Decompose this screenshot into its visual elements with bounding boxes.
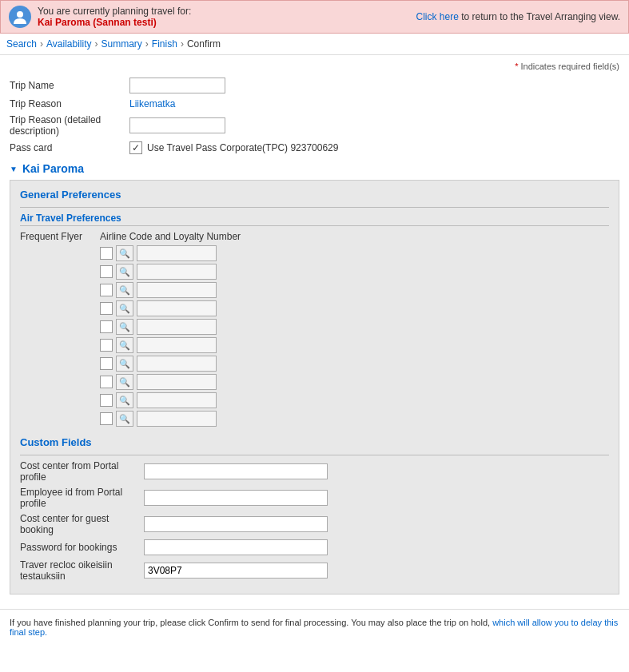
footer-text-before: If you have finished planning your trip,… [10, 618, 492, 627]
cf-input-0[interactable] [144, 463, 328, 479]
divider1 [20, 207, 609, 208]
trip-name-input[interactable] [129, 78, 225, 93]
trip-reason-link[interactable]: Liikematka [129, 98, 175, 109]
ff-input-7[interactable] [137, 356, 217, 372]
trip-name-row: Trip Name [10, 78, 619, 93]
trip-reason-detail-value [129, 117, 619, 133]
ff-input-10[interactable] [137, 411, 217, 427]
sep3: › [145, 38, 149, 50]
ff-input-8[interactable] [137, 374, 217, 390]
trip-reason-row: Trip Reason Liikematka [10, 98, 619, 109]
person-name-link[interactable]: Kai Paroma [22, 162, 84, 175]
ff-row: 🔍 [20, 356, 609, 372]
breadcrumb-finish[interactable]: Finish [152, 38, 177, 50]
ff-row: 🔍 [20, 300, 609, 316]
ff-row: 🔍 [20, 319, 609, 335]
ff-checkbox-3[interactable] [100, 284, 113, 296]
trip-reason-value: Liikematka [129, 98, 619, 109]
cf-input-1[interactable] [144, 490, 328, 506]
required-star: * [515, 62, 518, 71]
trip-reason-label: Trip Reason [10, 98, 129, 109]
breadcrumb-confirm: Confirm [187, 38, 221, 50]
main-content: * Indicates required field(s) Trip Name … [0, 55, 629, 609]
ff-input-5[interactable] [137, 319, 217, 335]
ff-search-6[interactable]: 🔍 [116, 337, 133, 353]
ff-checkbox-4[interactable] [100, 302, 113, 315]
ff-search-2[interactable]: 🔍 [116, 264, 133, 280]
search-icon-9: 🔍 [119, 396, 130, 406]
ff-input-3[interactable] [137, 282, 217, 298]
search-icon-4: 🔍 [119, 304, 130, 314]
search-icon-6: 🔍 [119, 340, 130, 351]
ff-row: 🔍 [20, 282, 609, 298]
trip-reason-detail-input[interactable] [129, 117, 225, 133]
ff-search-8[interactable]: 🔍 [116, 374, 133, 390]
custom-fields-container: Custom Fields Cost center from Portal pr… [20, 436, 609, 582]
preferences-section: General Preferences Air Travel Preferenc… [10, 180, 619, 594]
ff-input-9[interactable] [137, 392, 217, 408]
ff-search-10[interactable]: 🔍 [116, 411, 133, 427]
breadcrumb-availability[interactable]: Availability [46, 38, 91, 50]
ff-checkbox-7[interactable] [100, 357, 113, 370]
ff-search-4[interactable]: 🔍 [116, 300, 133, 316]
footer-note: If you have finished planning your trip,… [0, 609, 629, 645]
ff-row: 🔍 [20, 337, 609, 353]
banner-text: You are currently planning travel for: K… [38, 6, 410, 28]
pass-card-label: Pass card [10, 142, 129, 153]
svg-point-0 [17, 11, 23, 18]
cf-input-4[interactable] [144, 563, 328, 579]
ff-input-6[interactable] [137, 337, 217, 353]
ff-checkbox-2[interactable] [100, 265, 113, 278]
banner-link-area: Click here to return to the Travel Arran… [416, 11, 620, 22]
search-icon-5: 🔍 [119, 322, 130, 332]
cf-row-3: Password for bookings [20, 539, 609, 555]
collapse-triangle[interactable]: ▼ [10, 165, 18, 173]
ff-checkbox-1[interactable] [100, 247, 113, 260]
cf-input-3[interactable] [144, 539, 328, 555]
banner-line2: Kai Paroma (Sannan testi) [38, 17, 157, 28]
search-icon-10: 🔍 [119, 414, 130, 424]
ff-input-4[interactable] [137, 300, 217, 316]
breadcrumb-search[interactable]: Search [6, 38, 37, 50]
pass-card-checkbox[interactable] [129, 141, 142, 154]
search-icon-1: 🔍 [119, 249, 130, 259]
ff-header: Frequent Flyer Airline Code and Loyalty … [20, 231, 609, 242]
ff-search-1[interactable]: 🔍 [116, 245, 133, 261]
ff-search-3[interactable]: 🔍 [116, 282, 133, 298]
general-prefs-title: General Preferences [20, 189, 609, 201]
banner-line1: You are currently planning travel for: [38, 6, 191, 17]
ff-checkbox-6[interactable] [100, 339, 113, 352]
click-here-link[interactable]: Click here [416, 11, 459, 22]
top-banner: You are currently planning travel for: K… [0, 0, 629, 34]
ff-row: 🔍 [20, 392, 609, 408]
ff-row: 🔍 [20, 411, 609, 427]
search-icon-2: 🔍 [119, 267, 130, 277]
cf-label-3: Password for bookings [20, 542, 144, 553]
ff-input-1[interactable] [137, 245, 217, 261]
required-note: * Indicates required field(s) [10, 62, 619, 71]
ff-checkbox-5[interactable] [100, 320, 113, 333]
ff-checkbox-8[interactable] [100, 376, 113, 388]
ff-checkbox-9[interactable] [100, 394, 113, 407]
ff-row: 🔍 [20, 264, 609, 280]
breadcrumb-summary[interactable]: Summary [102, 38, 142, 50]
ff-search-5[interactable]: 🔍 [116, 319, 133, 335]
divider2 [20, 455, 609, 455]
sep2: › [95, 38, 98, 50]
pass-card-text: Use Travel Pass Corporate(TPC) 923700629 [147, 142, 338, 153]
ff-checkbox-10[interactable] [100, 412, 113, 425]
trip-name-value [129, 78, 619, 93]
cf-input-2[interactable] [144, 516, 328, 532]
ff-search-9[interactable]: 🔍 [116, 392, 133, 408]
ff-search-7[interactable]: 🔍 [116, 356, 133, 372]
ff-row: 🔍 [20, 374, 609, 390]
cf-label-4: Traver recloc oikeisiin testauksiin [20, 559, 144, 582]
pass-card-value: Use Travel Pass Corporate(TPC) 923700629 [129, 141, 338, 154]
sep4: › [181, 38, 184, 50]
cf-row-4: Traver recloc oikeisiin testauksiin [20, 559, 609, 582]
trip-reason-detail-row: Trip Reason (detailed description) [10, 114, 619, 137]
custom-fields-title: Custom Fields [20, 436, 609, 448]
ff-input-2[interactable] [137, 264, 217, 280]
cf-row-1: Employee id from Portal profile [20, 487, 609, 509]
avatar [9, 6, 31, 28]
